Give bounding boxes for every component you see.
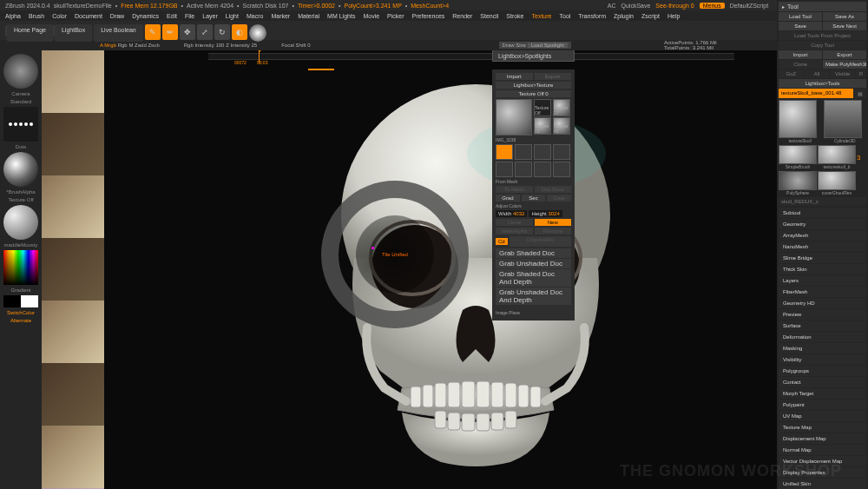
section-subtool[interactable]: Subtool: [779, 208, 866, 218]
section-nanomesh[interactable]: NanoMesh: [779, 241, 866, 252]
menu-macro[interactable]: Macro: [247, 13, 263, 19]
menu-brush[interactable]: Brush: [29, 13, 44, 19]
panel-icon[interactable]: [515, 162, 532, 177]
current-tool[interactable]: textureSkull_base_001.48: [779, 89, 853, 98]
saveas-button[interactable]: Save As: [823, 12, 866, 21]
tab-liveboolean[interactable]: Live Boolean: [94, 24, 142, 42]
timeline[interactable]: 0007203:03: [208, 53, 734, 67]
panel-icon[interactable]: [496, 144, 513, 160]
grab-button[interactable]: Grab Unshaded Doc: [496, 259, 571, 268]
texture-slot[interactable]: Texture 01: [534, 117, 551, 135]
section-arraymesh[interactable]: ArrayMesh: [779, 230, 866, 241]
tab-home[interactable]: Home Page: [7, 24, 53, 42]
grab-button[interactable]: Grab Unshaded Doc And Depth: [496, 287, 571, 305]
tool-thumb[interactable]: [779, 145, 817, 164]
section-contact[interactable]: Contact: [779, 377, 866, 387]
draw-mode-icon[interactable]: ✏: [162, 24, 178, 40]
menu-picker[interactable]: Picker: [387, 13, 404, 19]
panel-icon[interactable]: [496, 162, 513, 177]
edit-mode-icon[interactable]: ✎: [145, 24, 161, 40]
new-button[interactable]: New: [535, 219, 572, 226]
tool-thumb[interactable]: [824, 100, 862, 138]
menu-zplugin[interactable]: Zplugin: [614, 13, 634, 19]
color-picker[interactable]: [3, 250, 38, 285]
lightbox-texture-button[interactable]: Lightbox>Texture: [496, 82, 571, 89]
menu-stencil[interactable]: Stencil: [480, 13, 498, 19]
menu-preferences[interactable]: Preferences: [412, 13, 445, 19]
section-polypaint[interactable]: Polypaint: [779, 400, 866, 410]
gizmo-icon[interactable]: ◐: [232, 24, 247, 40]
brush-preview[interactable]: [3, 54, 38, 89]
section-thick-skin[interactable]: Thick Skin: [779, 264, 866, 274]
section-surface[interactable]: Surface: [779, 320, 866, 331]
skull-model[interactable]: [319, 84, 632, 466]
dropdown-lightbox-spotlights[interactable]: Lightbox>Spotlights: [493, 51, 574, 61]
scale-mode-icon[interactable]: ⤢: [197, 24, 213, 40]
import-button[interactable]: Import: [496, 73, 533, 80]
brush-alpha[interactable]: [3, 152, 38, 187]
export-tool-button[interactable]: Export: [823, 50, 866, 59]
section-geometry-hd[interactable]: Geometry HD: [779, 298, 866, 308]
texture-slot[interactable]: Texture 40: [553, 117, 570, 135]
menu-dynamics[interactable]: Dynamics: [132, 13, 159, 19]
texture-thumb[interactable]: [42, 238, 104, 301]
section-morph-target[interactable]: Morph Target: [779, 388, 866, 399]
quicksave-button[interactable]: QuickSave: [621, 3, 651, 9]
menu-light[interactable]: Light: [226, 13, 239, 19]
make-polymesh-button[interactable]: Make PolyMesh3D: [823, 60, 866, 69]
section-visibility[interactable]: Visibility: [779, 354, 866, 365]
texture-thumb[interactable]: [42, 175, 104, 238]
move-mode-icon[interactable]: ✥: [180, 24, 195, 40]
section-slime-bridge[interactable]: Slime Bridge: [779, 253, 866, 263]
menu-draw[interactable]: Draw: [110, 13, 124, 19]
menu-document[interactable]: Document: [75, 13, 102, 19]
rotate-mode-icon[interactable]: ↻: [214, 24, 230, 40]
section-fibermesh[interactable]: FiberMesh: [779, 287, 866, 297]
menu-texture[interactable]: Texture: [532, 13, 552, 19]
menu-transform[interactable]: Transform: [578, 13, 606, 19]
texture-thumb[interactable]: [42, 301, 104, 363]
load-tool-button[interactable]: Load Tool: [779, 12, 822, 21]
savenext-button[interactable]: Save Next: [823, 22, 866, 30]
section-uv-map[interactable]: UV Map: [779, 411, 866, 421]
texture-slot-main[interactable]: [496, 99, 532, 135]
viewport[interactable]: 0007203:03: [104, 50, 847, 489]
panel-icon[interactable]: [515, 144, 532, 160]
section-texture-map[interactable]: Texture Map: [779, 422, 866, 433]
texture-thumb[interactable]: [42, 426, 104, 488]
sec-button[interactable]: Sec: [522, 195, 546, 202]
import-tool-button[interactable]: Import: [779, 50, 822, 59]
menu-zscript[interactable]: Zscript: [641, 13, 660, 19]
menu-stroke[interactable]: Stroke: [506, 13, 523, 19]
section-masking[interactable]: Masking: [779, 343, 866, 354]
menu-marker[interactable]: Marker: [271, 13, 290, 19]
seethrough-slider[interactable]: See-through 0: [655, 3, 694, 9]
menu-material[interactable]: Material: [298, 13, 319, 19]
menu-file[interactable]: File: [185, 13, 194, 19]
panel-icon[interactable]: [534, 162, 551, 177]
texture-thumb[interactable]: [42, 113, 104, 175]
section-preview[interactable]: Preview: [779, 309, 866, 320]
menu-movie[interactable]: Movie: [363, 13, 379, 19]
panel-icon[interactable]: [553, 144, 570, 160]
panel-icon[interactable]: [534, 144, 551, 160]
tool-thumb[interactable]: [818, 171, 856, 190]
grab-button[interactable]: Grab Shaded Doc And Depth: [496, 269, 571, 287]
material-sphere[interactable]: [3, 205, 38, 240]
section-displacement-map[interactable]: Displacement Map: [779, 433, 866, 444]
menu-help[interactable]: Help: [667, 13, 680, 19]
menu-tool[interactable]: Tool: [559, 13, 570, 19]
section-normal-map[interactable]: Normal Map: [779, 445, 866, 455]
export-button[interactable]: Export: [535, 73, 572, 80]
texture-thumb[interactable]: [42, 363, 104, 426]
menu-render[interactable]: Render: [452, 13, 472, 19]
load-spotlight-button[interactable]: Draw Size Load Spotlight: [499, 42, 571, 49]
tool-thumb[interactable]: [779, 171, 817, 190]
texture-slot[interactable]: Texture 27: [553, 99, 570, 116]
save-button[interactable]: Save: [779, 22, 822, 30]
tab-lightbox[interactable]: LightBox: [55, 24, 92, 42]
menu-layer[interactable]: Layer: [202, 13, 218, 19]
tool-panel-header[interactable]: Tool: [779, 2, 866, 11]
section-polygroups[interactable]: Polygroups: [779, 366, 866, 376]
grad-button[interactable]: Grad: [496, 195, 520, 202]
